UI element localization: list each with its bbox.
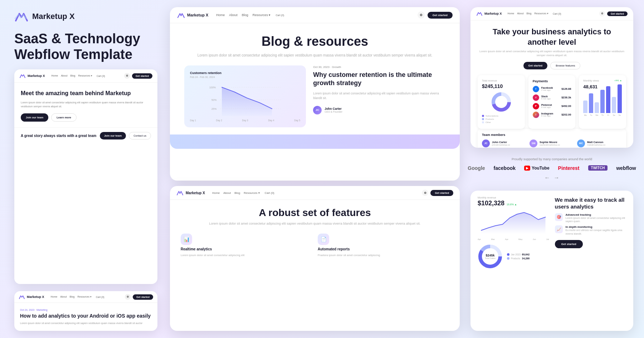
brand-name: Marketup X	[32, 12, 75, 21]
team-member-matt: MC Matt Cannon matt@marketup.co	[577, 139, 622, 147]
blog-tag: Oct 24, 2023 · Marketing	[20, 309, 152, 311]
summary-donut: $245k Total Sales	[478, 244, 503, 269]
matt-avatar: MC	[577, 139, 585, 147]
join-team-footer-button[interactable]: Join our team	[100, 132, 126, 139]
rlc-amount: $102,328	[478, 200, 504, 207]
author-name: John Carter	[325, 107, 342, 111]
bar-3	[595, 102, 599, 113]
google-sponsor: Google	[468, 165, 485, 171]
lbc-cta-button[interactable]: Get started	[428, 12, 453, 19]
bar-chart-value: 48,631	[583, 84, 622, 89]
retention-chart-card: Customers retention Feb 24 - Feb 30, 202…	[184, 65, 306, 127]
learn-more-button[interactable]: Learn more	[51, 113, 77, 122]
svg-text:100%: 100%	[209, 86, 216, 89]
mini-cta-button[interactable]: Get started	[132, 73, 152, 79]
track-cta-button[interactable]: Get started	[555, 240, 583, 248]
ac-logo: Marketup X	[476, 11, 502, 16]
bars-container	[583, 92, 622, 113]
left-column: Marketup X SaaS & Technology Webflow Tem…	[0, 0, 165, 338]
rlc-change: 16.8% ▲	[507, 203, 517, 206]
sponsors-row: Google facebook ▶ YouTube Pinterest TWIT…	[478, 165, 626, 171]
prev-arrow[interactable]: ←	[545, 175, 550, 181]
feature-item-automated: 📄 Automated reports Praetera ipsum dolor…	[318, 234, 449, 257]
legend-subscriptions: Subscriptions	[482, 115, 521, 117]
payment-facebook: f Facebook 2 min ago $126.88	[533, 86, 571, 92]
svg-text:25%: 25%	[211, 108, 216, 110]
analytics-sub: Lorem ipsum dolor sit amet consectetur a…	[478, 49, 626, 58]
track-feature-monitoring: 📈 In depth monitoring Eu morbi orci ultr…	[555, 225, 626, 236]
bar-4	[600, 90, 605, 113]
mini-nav-right: ⚙ Get started	[124, 73, 152, 79]
ac-cta-button[interactable]: Get started	[607, 11, 628, 16]
bar-5	[606, 86, 610, 113]
blog-browser-body: Blog & resources Lorem ipsum dolor sit a…	[170, 23, 460, 134]
blog-card-body: Oct 24, 2023 · Marketing How to add anal…	[14, 303, 157, 331]
fbc-brand: Marketup X	[186, 191, 205, 195]
features-browser-body: A robust set of features Lorem ipsum dol…	[170, 200, 460, 264]
dashboard-widgets-row: Total revenue $245,110	[478, 75, 626, 129]
blog-cta-button[interactable]: Get started	[133, 294, 153, 300]
feature-automated-name: Automated reports	[318, 247, 449, 251]
bar-chart-change: +841 ▲	[614, 79, 622, 82]
john-avatar: JC	[482, 139, 490, 147]
feature-realtime-desc: Lorem ipsum dolor sit amet consectetur a…	[181, 253, 312, 257]
blog-settings-icon[interactable]: ⚙	[125, 294, 131, 300]
team-members-row: JC John Carter john@marketup.co SM Sophi…	[482, 139, 622, 147]
team-card-btns: Join our team Learn more	[21, 113, 151, 122]
track-feature-advanced: 🎯 Advanced tracking Lorem ipsum dolor si…	[555, 213, 626, 224]
nav-resources[interactable]: Resources ▾	[78, 74, 92, 77]
brand-header: Marketup X	[14, 11, 157, 22]
payment-pinterest: P Pinterest 8 min ago $492.00	[533, 103, 571, 109]
sophie-avatar: SM	[530, 139, 537, 147]
contact-us-button[interactable]: Contact us	[129, 132, 151, 139]
pinterest-payment-icon: P	[533, 103, 539, 109]
chart-x-labels: Day 1 Day 2 Day 3 Day 4 Day 5	[190, 119, 300, 122]
blog-headline: How to add analytics to your Android or …	[20, 313, 152, 319]
next-arrow[interactable]: →	[554, 175, 560, 181]
author-avatar: JC	[313, 106, 322, 114]
bottom-analytics-body: Monthly revenue $102,328 16.8% ▲	[470, 191, 633, 275]
nav-blog[interactable]: Blog	[70, 74, 75, 77]
features-browser-card: Marketup X Home About Blog Resources ▾ C…	[170, 186, 460, 331]
payments-title: Payments	[533, 79, 571, 83]
stat-jan-dot	[507, 253, 509, 256]
fbc-cta-button[interactable]: Get started	[430, 190, 453, 196]
article-desc: Lorem ipsum dolor sit amet consectetur a…	[313, 91, 445, 101]
subscriptions-dot	[482, 115, 484, 117]
analytics-get-started-btn[interactable]: Get started	[523, 62, 548, 69]
blog-post-card: Marketup X Home About Blog Resources ▾ C…	[14, 291, 157, 331]
bac-row: Monthly revenue $102,328 16.8% ▲	[478, 196, 626, 269]
fbc-settings-icon[interactable]: ⚙	[422, 190, 428, 196]
nav-home[interactable]: Home	[52, 74, 58, 77]
track-users-section: We make it easy to track all users analy…	[555, 196, 626, 269]
track-title: We make it easy to track all users analy…	[555, 196, 626, 210]
nav-about[interactable]: About	[61, 74, 67, 77]
blog-card-brand: Marketup X	[27, 295, 44, 299]
bar-chart-label: Monthly views	[583, 79, 599, 82]
other-dot	[482, 121, 484, 123]
middle-column: Marketup X Home About Blog Resources ▾ C…	[165, 0, 465, 338]
realtime-icon: 📊	[181, 234, 192, 245]
stat-jan: Jan 2023 69,642	[507, 253, 530, 256]
team-desc: Lorem ipsum dolor sit amet consectetur a…	[21, 101, 151, 108]
join-team-button[interactable]: Join our team	[21, 113, 48, 122]
features-sub: Lorem ipsum dolor sit amet consectetur a…	[181, 221, 449, 226]
lbc-settings-icon[interactable]: ⚙	[418, 11, 425, 19]
analytics-headline: Take your business analytics to another …	[478, 27, 626, 47]
article-tag: Oct 30, 2023 · Growth	[313, 65, 445, 69]
ac-settings-icon[interactable]: ⚙	[599, 11, 605, 16]
analytics-card: Marketup X Home About Blog Resources ▾ C…	[470, 7, 633, 148]
monitoring-icon: 📈	[555, 225, 563, 233]
analytics-browse-btn[interactable]: Browse features	[550, 62, 580, 69]
revenue-line-chart-section: Monthly revenue $102,328 16.8% ▲	[478, 196, 549, 269]
stat-products-dot	[507, 257, 509, 260]
automated-icon: 📄	[318, 234, 329, 245]
team-member-sophie: SM Sophie Moore sophie@marketup.co	[530, 139, 574, 147]
team-card: Marketup X Home About Blog Resources ▾ C…	[14, 69, 157, 284]
youtube-text: YouTube	[532, 166, 550, 171]
lbc-brand: Marketup X	[187, 13, 208, 17]
payment-instagram: I Instagram 8 min ago $202.00	[533, 112, 571, 118]
facebook-payment-icon: f	[533, 86, 539, 92]
search-icon-btn[interactable]: ⚙	[124, 73, 130, 79]
twitch-sponsor: TWITCH	[588, 165, 608, 171]
